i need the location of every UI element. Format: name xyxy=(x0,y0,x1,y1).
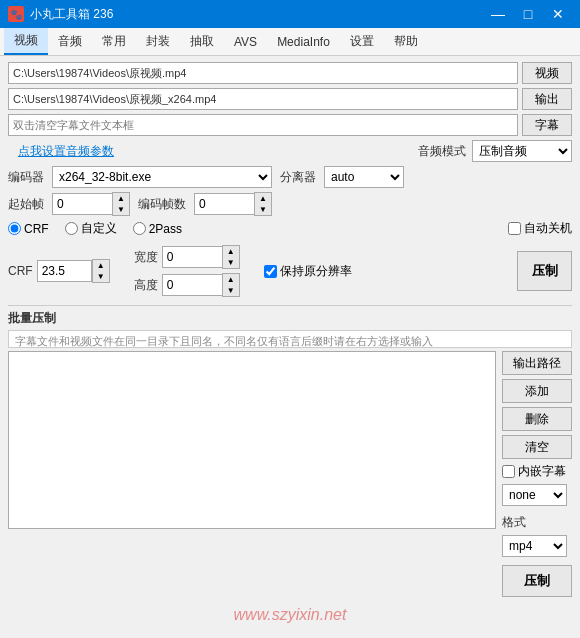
subtitle-path-input[interactable] xyxy=(8,114,518,136)
output-browse-button[interactable]: 输出 xyxy=(522,88,572,110)
menu-item-mux[interactable]: 封装 xyxy=(136,28,180,55)
close-button[interactable]: ✕ xyxy=(544,0,572,28)
auto-shutdown-checkbox[interactable] xyxy=(508,222,521,235)
preserve-ratio-checkbox[interactable] xyxy=(264,265,277,278)
height-down[interactable]: ▼ xyxy=(223,285,239,296)
crf-down[interactable]: ▼ xyxy=(93,271,109,282)
subtitle-suffix-select[interactable]: none 中文 英文 xyxy=(502,484,567,506)
window-title: 小丸工具箱 236 xyxy=(30,6,484,23)
crf-group: CRF ▲ ▼ xyxy=(8,259,110,283)
embed-subtitle-text: 内嵌字幕 xyxy=(518,463,566,480)
twopass-radio[interactable] xyxy=(133,222,146,235)
batch-hint: 字幕文件和视频文件在同一目录下且同名，不同名仅有语言后缀时请在右方选择或输入 xyxy=(8,330,572,348)
preserve-ratio-text: 保持原分辨率 xyxy=(280,263,352,280)
batch-title: 批量压制 xyxy=(8,310,572,327)
embed-subtitle-checkbox[interactable] xyxy=(502,465,515,478)
batch-output-path-button[interactable]: 输出路径 xyxy=(502,351,572,375)
twopass-radio-label[interactable]: 2Pass xyxy=(133,222,182,236)
height-row: 高度 ▲ ▼ xyxy=(134,273,240,297)
menu-item-help[interactable]: 帮助 xyxy=(384,28,428,55)
width-row: 宽度 ▲ ▼ xyxy=(134,245,240,269)
app-icon: 🐾 xyxy=(8,6,24,22)
auto-shutdown-label: 自动关机 xyxy=(524,220,572,237)
batch-bottom: 输出路径 添加 删除 清空 内嵌字幕 none 中文 英文 格式 mp4 mkv xyxy=(8,351,572,597)
encoder-select[interactable]: x264_32-8bit.exe x264_64-8bit.exe x264_3… xyxy=(52,166,272,188)
custom-radio-text: 自定义 xyxy=(81,220,117,237)
batch-section: 批量压制 字幕文件和视频文件在同一目录下且同名，不同名仅有语言后缀时请在右方选择… xyxy=(8,310,572,597)
start-frame-down[interactable]: ▼ xyxy=(113,204,129,215)
title-bar: 🐾 小丸工具箱 236 — □ ✕ xyxy=(0,0,580,28)
menu-item-settings[interactable]: 设置 xyxy=(340,28,384,55)
encoder-separator-row: 编码器 x264_32-8bit.exe x264_64-8bit.exe x2… xyxy=(8,166,572,188)
crf-radio-label[interactable]: CRF xyxy=(8,222,49,236)
menu-bar: 视频 音频 常用 封装 抽取 AVS MediaInfo 设置 帮助 xyxy=(0,28,580,56)
crf-radio-text: CRF xyxy=(24,222,49,236)
crf-up[interactable]: ▲ xyxy=(93,260,109,271)
subtitle-input-row: 字幕 xyxy=(8,114,572,136)
encoder-label: 编码器 xyxy=(8,169,44,186)
video-path-input[interactable] xyxy=(8,62,518,84)
format-label: 格式 xyxy=(502,514,572,531)
preserve-ratio-label[interactable]: 保持原分辨率 xyxy=(264,263,352,280)
encode-frames-down[interactable]: ▼ xyxy=(255,204,271,215)
encode-mode-group: CRF 自定义 2Pass xyxy=(8,220,182,237)
compress-button[interactable]: 压制 xyxy=(517,251,572,291)
subtitle-browse-button[interactable]: 字幕 xyxy=(522,114,572,136)
encode-frames-spinner: ▲ ▼ xyxy=(194,192,272,216)
batch-clear-button[interactable]: 清空 xyxy=(502,435,572,459)
divider xyxy=(8,305,572,306)
audio-settings-link[interactable]: 点我设置音频参数 xyxy=(18,144,114,158)
output-path-input[interactable] xyxy=(8,88,518,110)
twopass-radio-text: 2Pass xyxy=(149,222,182,236)
menu-item-extract[interactable]: 抽取 xyxy=(180,28,224,55)
batch-delete-button[interactable]: 删除 xyxy=(502,407,572,431)
batch-compress-button[interactable]: 压制 xyxy=(502,565,572,597)
separator-select[interactable]: auto ffmpeg avs xyxy=(324,166,404,188)
menu-item-audio[interactable]: 音频 xyxy=(48,28,92,55)
crf-wh-section: CRF ▲ ▼ 宽度 ▲ ▼ 高 xyxy=(8,241,572,301)
embed-subtitle-label[interactable]: 内嵌字幕 xyxy=(502,463,572,480)
encode-frames-label: 编码帧数 xyxy=(138,196,186,213)
batch-add-button[interactable]: 添加 xyxy=(502,379,572,403)
custom-radio-label[interactable]: 自定义 xyxy=(65,220,117,237)
height-label: 高度 xyxy=(134,277,158,294)
separator-label: 分离器 xyxy=(280,169,316,186)
menu-item-video[interactable]: 视频 xyxy=(4,28,48,55)
maximize-button[interactable]: □ xyxy=(514,0,542,28)
frames-row: 起始帧 ▲ ▼ 编码帧数 ▲ ▼ xyxy=(8,192,572,216)
start-frame-label: 起始帧 xyxy=(8,196,44,213)
height-spinner: ▲ ▼ xyxy=(162,273,240,297)
menu-item-mediainfo[interactable]: MediaInfo xyxy=(267,28,340,55)
width-label: 宽度 xyxy=(134,249,158,266)
custom-radio[interactable] xyxy=(65,222,78,235)
watermark: www.szyixin.net xyxy=(0,606,580,624)
audio-mode-label: 音频模式 xyxy=(418,143,466,160)
crf-radio[interactable] xyxy=(8,222,21,235)
audio-params-row: 点我设置音频参数 音频模式 压制音频 复制音频 无音频 xyxy=(8,140,572,162)
encode-frames-up[interactable]: ▲ xyxy=(255,193,271,204)
start-frame-up[interactable]: ▲ xyxy=(113,193,129,204)
batch-list[interactable] xyxy=(8,351,496,529)
start-frame-spinner: ▲ ▼ xyxy=(52,192,130,216)
audio-mode-select[interactable]: 压制音频 复制音频 无音频 xyxy=(472,140,572,162)
mode-row: CRF 自定义 2Pass 自动关机 xyxy=(8,220,572,237)
height-up[interactable]: ▲ xyxy=(223,274,239,285)
video-browse-button[interactable]: 视频 xyxy=(522,62,572,84)
width-down[interactable]: ▼ xyxy=(223,257,239,268)
video-input-row: 视频 xyxy=(8,62,572,84)
start-frame-input[interactable] xyxy=(52,193,112,215)
crf-spinner: ▲ ▼ xyxy=(37,259,110,283)
minimize-button[interactable]: — xyxy=(484,0,512,28)
format-select[interactable]: mp4 mkv flv xyxy=(502,535,567,557)
height-input[interactable] xyxy=(162,274,222,296)
width-up[interactable]: ▲ xyxy=(223,246,239,257)
crf-input[interactable] xyxy=(37,260,92,282)
encode-frames-input[interactable] xyxy=(194,193,254,215)
batch-right-panel: 输出路径 添加 删除 清空 内嵌字幕 none 中文 英文 格式 mp4 mkv xyxy=(502,351,572,597)
crf-label: CRF xyxy=(8,264,33,278)
width-input[interactable] xyxy=(162,246,222,268)
auto-shutdown-checkbox-label[interactable]: 自动关机 xyxy=(508,220,572,237)
menu-item-avs[interactable]: AVS xyxy=(224,28,267,55)
menu-item-common[interactable]: 常用 xyxy=(92,28,136,55)
output-input-row: 输出 xyxy=(8,88,572,110)
